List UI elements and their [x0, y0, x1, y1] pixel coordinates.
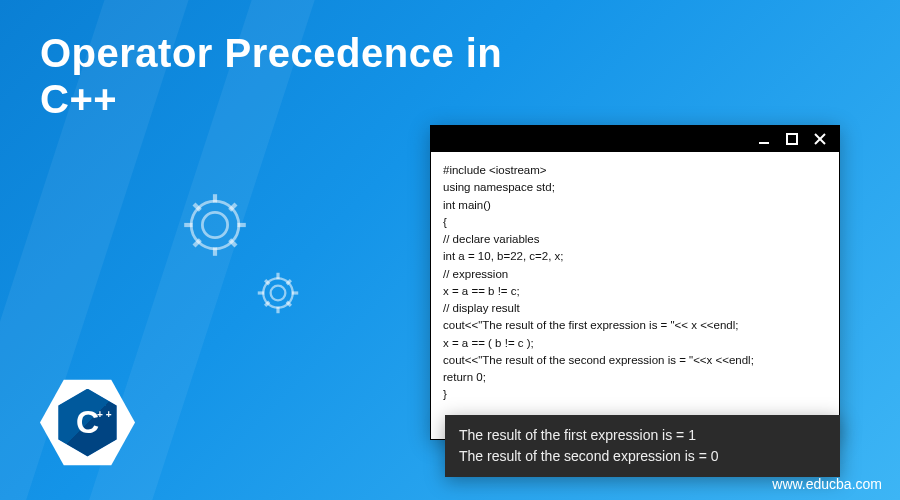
title-line-1: Operator Precedence in — [40, 30, 502, 76]
code-line: // display result — [443, 300, 827, 317]
svg-rect-21 — [787, 134, 797, 144]
svg-line-8 — [230, 204, 236, 210]
minimize-icon[interactable] — [757, 132, 771, 146]
logo-badge: C + + — [54, 389, 122, 457]
code-line: // expression — [443, 266, 827, 283]
svg-point-10 — [271, 286, 286, 301]
code-line: int main() — [443, 197, 827, 214]
cpp-logo: C + + — [40, 375, 135, 470]
window-titlebar — [431, 126, 839, 152]
logo-hex: C + + — [40, 375, 135, 470]
code-body: #include <iostream> using namespace std;… — [431, 152, 839, 439]
logo-letter: C — [76, 404, 99, 441]
site-url: www.educba.com — [772, 476, 882, 492]
code-line: cout<<"The result of the first expressio… — [443, 317, 827, 334]
code-line: x = a == b != c; — [443, 283, 827, 300]
code-line: x = a == ( b != c ); — [443, 335, 827, 352]
page-title: Operator Precedence in C++ — [40, 30, 502, 122]
code-line: #include <iostream> — [443, 162, 827, 179]
gear-icon — [180, 190, 250, 260]
code-line: cout<<"The result of the second expressi… — [443, 352, 827, 369]
maximize-icon[interactable] — [785, 132, 799, 146]
svg-line-9 — [194, 240, 200, 246]
code-window: #include <iostream> using namespace std;… — [430, 125, 840, 440]
code-line: // declare variables — [443, 231, 827, 248]
svg-line-7 — [230, 240, 236, 246]
close-icon[interactable] — [813, 132, 827, 146]
code-line: using namespace std; — [443, 179, 827, 196]
code-line: { — [443, 214, 827, 231]
logo-plus: + + — [97, 411, 111, 419]
code-line: return 0; — [443, 369, 827, 386]
gear-icon — [255, 270, 301, 316]
svg-line-6 — [194, 204, 200, 210]
svg-point-0 — [202, 212, 227, 237]
output-box: The result of the first expression is = … — [445, 415, 840, 477]
code-line: int a = 10, b=22, c=2, x; — [443, 248, 827, 265]
output-line: The result of the second expression is =… — [459, 446, 826, 467]
output-line: The result of the first expression is = … — [459, 425, 826, 446]
code-line: } — [443, 386, 827, 403]
title-line-2: C++ — [40, 76, 502, 122]
